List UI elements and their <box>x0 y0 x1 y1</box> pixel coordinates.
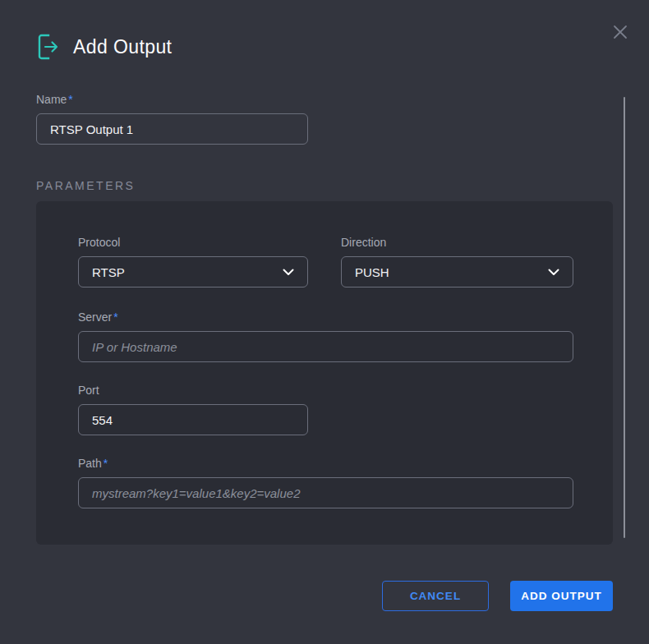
name-label-text: Name <box>36 93 67 106</box>
name-input[interactable] <box>36 113 308 145</box>
server-input[interactable] <box>78 331 573 362</box>
protocol-select[interactable]: RTSP <box>78 256 308 288</box>
required-asterisk: * <box>113 310 117 324</box>
name-field: Name* <box>36 93 308 145</box>
scrollbar[interactable] <box>624 97 625 538</box>
server-label-text: Server <box>78 310 112 324</box>
path-label: Path* <box>78 457 573 471</box>
direction-field: Direction PUSH <box>341 236 573 288</box>
protocol-selected-value: RTSP <box>92 265 125 279</box>
path-label-text: Path <box>78 457 102 470</box>
port-field: Port <box>78 384 308 435</box>
parameters-panel: Protocol RTSP Direction PUSH <box>36 201 613 545</box>
output-icon <box>36 33 61 61</box>
dialog-title: Add Output <box>73 36 172 58</box>
cancel-button[interactable]: CANCEL <box>382 581 489 611</box>
protocol-label: Protocol <box>78 236 308 250</box>
direction-selected-value: PUSH <box>355 265 389 279</box>
protocol-field: Protocol RTSP <box>78 236 308 288</box>
server-label: Server* <box>78 310 573 324</box>
path-input[interactable] <box>78 477 573 508</box>
port-input[interactable] <box>78 404 308 435</box>
protocol-direction-row: Protocol RTSP Direction PUSH <box>78 236 573 288</box>
required-asterisk: * <box>68 93 72 106</box>
add-output-button[interactable]: ADD OUTPUT <box>510 581 613 611</box>
dialog-footer: CANCEL ADD OUTPUT <box>36 581 613 611</box>
required-asterisk: * <box>104 457 108 470</box>
path-field: Path* <box>78 457 573 508</box>
close-icon <box>611 23 629 41</box>
direction-label: Direction <box>341 236 573 250</box>
direction-select[interactable]: PUSH <box>341 256 573 288</box>
chevron-down-icon <box>283 269 294 276</box>
dialog-header: Add Output <box>36 0 613 61</box>
parameters-section-title: PARAMETERS <box>36 179 613 193</box>
chevron-down-icon <box>548 269 559 276</box>
close-button[interactable] <box>610 21 631 43</box>
port-label: Port <box>78 384 308 398</box>
add-output-dialog: Add Output Name* PARAMETERS Protocol RTS… <box>0 0 649 644</box>
name-label: Name* <box>36 93 308 107</box>
server-field: Server* <box>78 310 573 362</box>
